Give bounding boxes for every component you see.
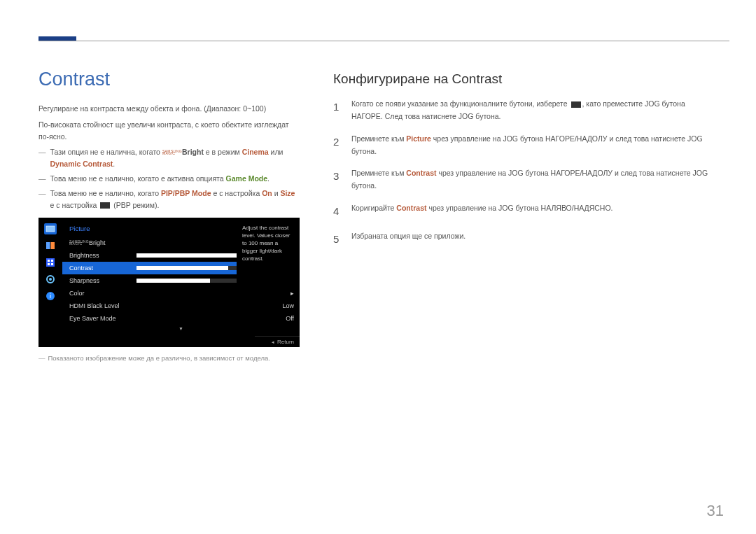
osd-return-bar: ◂Return	[255, 336, 300, 347]
osd-row-label: SAMSUNGMAGICBright	[69, 239, 136, 246]
dash-icon: ―	[38, 188, 46, 211]
note-text: Това меню не е налично, когато е активна…	[50, 174, 226, 183]
cinema-label: Cinema	[242, 148, 269, 156]
step-number: 1	[333, 98, 343, 123]
svg-rect-6	[48, 263, 50, 265]
osd-row-color: Color ▸	[62, 287, 300, 300]
osd-tab-picture-icon	[44, 223, 57, 234]
bright-label: Bright	[182, 148, 204, 156]
step-1: 1 Когато се появи указание за функционал…	[333, 98, 718, 123]
step-3: 3 Преминете към Contrast чрез управление…	[333, 167, 718, 192]
osd-description: Adjust the contrast level. Values closer…	[237, 222, 300, 288]
osd-row-label: Color	[69, 290, 136, 297]
note-text: или	[269, 148, 284, 156]
note-text: .	[267, 174, 270, 183]
osd-panel: i Picture SAMSUNGMAGICBrightCustom ▸Brig…	[38, 218, 300, 347]
header-rule	[38, 41, 729, 41]
contrast-label: Contrast	[406, 169, 436, 177]
osd-row-label: Contrast	[69, 265, 136, 272]
step-number: 3	[333, 167, 343, 192]
on-label: On	[262, 189, 272, 197]
osd-row-value: Off	[266, 315, 294, 322]
dynamic-contrast-label: Dynamic Contrast	[50, 160, 113, 168]
osd-row-label: Brightness	[69, 252, 136, 259]
svg-rect-2	[51, 242, 55, 249]
osd-row-label: HDMI Black Level	[69, 302, 136, 309]
osd-tab-settings-icon	[44, 274, 57, 285]
osd-tab-info-icon: i	[44, 290, 57, 302]
magic-prefix-icon: SAMSUNGMAGIC	[69, 241, 89, 245]
pbp-icon	[100, 202, 110, 209]
note-1: ― Тази опция не е налична, когато SAMSUN…	[38, 146, 300, 170]
back-arrow-icon: ◂	[272, 339, 274, 345]
step-5: 5 Избраната опция ще се приложи.	[333, 230, 718, 248]
svg-rect-4	[48, 260, 50, 262]
osd-row-value: Low	[266, 302, 294, 309]
step-text: Когато се появи указание за функционални…	[351, 99, 570, 108]
left-column: Contrast Регулиране на контраста между о…	[38, 69, 300, 362]
config-title: Конфигуриране на Contrast	[333, 71, 718, 87]
page-number: 31	[707, 502, 724, 520]
note-text: е с настройка	[50, 201, 99, 209]
osd-caption: ―Показаното изображение може да е различ…	[38, 354, 300, 362]
dash-icon: ―	[38, 146, 46, 170]
size-label: Size	[280, 189, 295, 197]
osd-tab-icon	[44, 240, 57, 251]
osd-row-label: Eye Saver Mode	[69, 315, 136, 322]
step-text: Преминете към	[351, 169, 406, 177]
step-number: 4	[333, 202, 343, 220]
step-4: 4 Коригирайте Contrast чрез управление н…	[333, 202, 718, 220]
svg-rect-3	[46, 258, 55, 267]
step-text: Преминете към	[351, 134, 406, 143]
osd-sidebar: i	[38, 218, 62, 347]
svg-rect-1	[46, 242, 50, 249]
svg-text:i: i	[50, 293, 51, 300]
note-3: ― Това меню не е налично, когато PIP/PBP…	[38, 188, 300, 211]
svg-rect-7	[51, 263, 53, 265]
note-2: ― Това меню не е налично, когато е актив…	[38, 173, 300, 185]
step-text: Избраната опция ще се приложи.	[351, 230, 465, 248]
svg-rect-5	[51, 260, 53, 262]
section-title: Contrast	[38, 69, 300, 90]
picture-label: Picture	[406, 134, 431, 143]
pip-pbp-label: PIP/PBP Mode	[161, 189, 211, 197]
osd-row-hdmi-black-level: HDMI Black LevelLow	[62, 300, 300, 312]
step-text: чрез управление на JOG бутона НАЛЯВО/НАД…	[427, 204, 613, 212]
osd-return-label: Return	[277, 339, 294, 345]
osd-row-eye-saver-mode: Eye Saver ModeOff	[62, 312, 300, 325]
step-number: 5	[333, 230, 343, 248]
caption-text: Показаното изображение може да е различн…	[48, 354, 270, 362]
note-text: Тази опция не е налична, когато	[50, 148, 162, 156]
magic-sup-bot: MAGIC	[162, 151, 175, 155]
intro-1: Регулиране на контраста между обекта и ф…	[38, 103, 300, 115]
note-text: Това меню не е налично, когато	[50, 189, 161, 197]
osd-row-value: ▸	[266, 290, 294, 297]
game-mode-label: Game Mode	[226, 174, 268, 183]
contrast-label: Contrast	[396, 204, 426, 212]
menu-icon	[571, 101, 581, 108]
step-2: 2 Преминете към Picture чрез управление …	[333, 133, 718, 158]
osd-tab-icon	[44, 257, 57, 268]
dash-icon: ―	[38, 173, 46, 185]
svg-rect-0	[46, 226, 55, 232]
note-text: (PBP режим).	[111, 201, 159, 209]
note-text: .	[113, 160, 115, 168]
note-text: е с настройка	[211, 189, 262, 197]
osd-scroll-down-icon: ▼	[62, 326, 300, 331]
svg-point-9	[49, 278, 52, 281]
right-column: Конфигуриране на Contrast 1 Когато се по…	[333, 69, 718, 362]
step-number: 2	[333, 133, 343, 158]
step-text: Коригирайте	[351, 204, 396, 212]
note-text: е в режим	[204, 148, 242, 156]
osd-row-label: Sharpness	[69, 277, 136, 284]
intro-2: По-високата стойност ще увеличи контраст…	[38, 119, 300, 143]
note-text: и	[272, 189, 281, 197]
